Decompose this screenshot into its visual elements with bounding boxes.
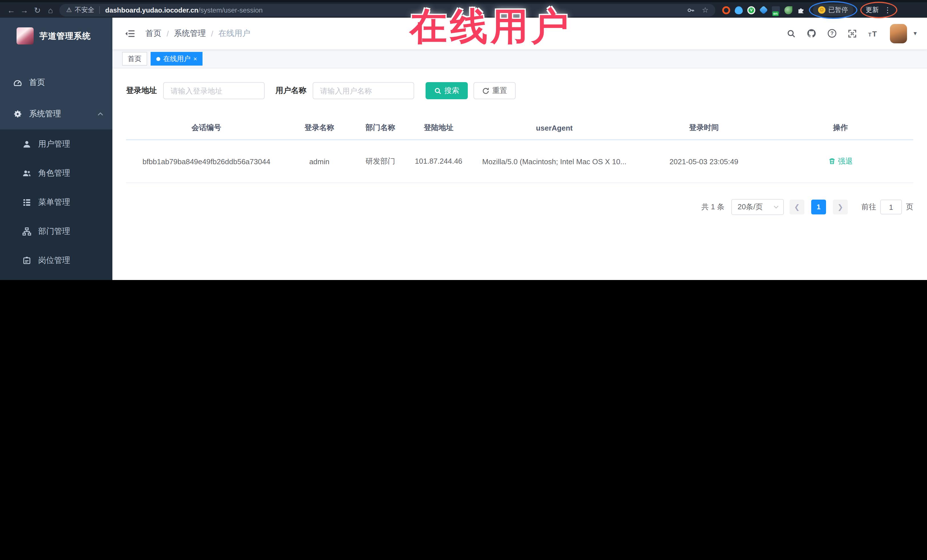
screen: 在线用户 ← → ↻ ⌂ ⚠ 不安全 dashboard.yudao.iocod…: [0, 0, 927, 280]
tags-view-bar: 首页 在线用户 ×: [112, 50, 927, 68]
browser-menu-kebab-icon[interactable]: ⋮: [884, 6, 891, 14]
table-row: bfbb1ab79ba849e49fb26ddb56a73044 admin 研…: [126, 140, 913, 183]
breadcrumb-home[interactable]: 首页: [146, 28, 161, 38]
extensions-puzzle-icon[interactable]: [797, 6, 805, 14]
svg-text:T: T: [872, 29, 877, 38]
reset-button[interactable]: 重置: [474, 82, 516, 99]
sidebar-item-role-management[interactable]: 角色管理: [0, 159, 112, 188]
search-form: 登录地址 用户名称 搜索 重置: [126, 82, 913, 99]
top-navbar: 首页 / 系统管理 / 在线用户 ?: [112, 18, 927, 50]
col-login-time: 登录时间: [640, 116, 767, 140]
breadcrumb-current: 在线用户: [219, 28, 251, 38]
address-divider: [100, 6, 100, 14]
cell-actions: 强退: [767, 140, 913, 183]
sidebar-item-home[interactable]: 首页: [0, 67, 112, 98]
breadcrumb-system[interactable]: 系统管理: [174, 28, 206, 38]
sidebar-logo-row[interactable]: 芋道管理系统: [0, 18, 112, 54]
cell-login-time: 2021-05-03 23:05:49: [640, 140, 767, 183]
extension-blue-gem-icon[interactable]: [759, 5, 768, 14]
smiley-emoji-icon: ☺: [818, 6, 825, 14]
url-domain: dashboard.yudao.iocoder.cn: [105, 6, 199, 14]
not-secure-warning-icon: ⚠: [66, 6, 72, 14]
sessions-table: 会话编号 登录名称 部门名称 登陆地址 userAgent 登录时间 操作: [126, 116, 913, 183]
extensions-tray: V en: [722, 6, 805, 14]
svg-text:?: ?: [831, 30, 834, 36]
page-size-select[interactable]: 20条/页: [731, 199, 784, 215]
sidebar-item-post-management[interactable]: 岗位管理: [0, 246, 112, 275]
font-size-icon[interactable]: TT: [868, 29, 879, 38]
tree-list-icon: [22, 197, 31, 207]
main-area: 首页 / 系统管理 / 在线用户 ?: [112, 18, 927, 280]
username-input[interactable]: [313, 82, 414, 99]
col-dept-name: 部门名称: [352, 116, 409, 140]
extension-translate-icon[interactable]: en: [772, 6, 780, 14]
sidebar: 芋道管理系统 首页 系统管理: [0, 18, 112, 280]
extension-green-leaf-icon[interactable]: [784, 6, 792, 14]
pagination: 共 1 条 20条/页 ❮ 1 ❯ 前往 页: [126, 199, 913, 215]
app-title: 芋道管理系统: [40, 30, 91, 41]
search-icon[interactable]: [787, 29, 796, 38]
tag-home[interactable]: 首页: [122, 52, 147, 65]
extension-green-v-icon[interactable]: V: [747, 6, 755, 14]
help-icon[interactable]: ?: [827, 29, 837, 38]
col-login-address: 登陆地址: [409, 116, 469, 140]
bookmark-star-icon[interactable]: ☆: [702, 6, 708, 14]
avatar-caret-down-icon[interactable]: ▾: [913, 30, 917, 37]
address-bar[interactable]: ⚠ 不安全 dashboard.yudao.iocoder.cn /system…: [59, 4, 715, 16]
user-avatar[interactable]: [890, 24, 907, 43]
browser-toolbar: ← → ↻ ⌂ ⚠ 不安全 dashboard.yudao.iocoder.cn…: [0, 0, 927, 18]
system-management-submenu: 用户管理 角色管理 菜单管理: [0, 129, 112, 280]
jump-prefix-label: 前往: [862, 202, 876, 212]
cell-ip: 101.87.244.46: [409, 140, 469, 183]
sidebar-item-user-management[interactable]: 用户管理: [0, 129, 112, 159]
paused-badge-label: 已暂停: [828, 6, 848, 14]
extension-orange-donut-icon[interactable]: [722, 6, 730, 14]
url-path: /system/user-session: [199, 6, 263, 14]
gear-icon: [13, 109, 22, 118]
cell-dept: 研发部门: [352, 140, 409, 183]
users-icon: [22, 168, 31, 178]
extension-blue-drop-icon[interactable]: [735, 6, 743, 14]
tag-close-icon[interactable]: ×: [193, 56, 197, 62]
tag-online-users[interactable]: 在线用户 ×: [150, 52, 203, 65]
login-address-input[interactable]: [163, 82, 265, 99]
next-page-button[interactable]: ❯: [833, 200, 848, 214]
password-key-icon[interactable]: [687, 6, 695, 14]
profile-paused-chip[interactable]: ☺ 已暂停: [813, 4, 853, 16]
browser-back-icon[interactable]: ←: [5, 6, 18, 14]
tag-active-dot: [156, 57, 160, 61]
current-page-button[interactable]: 1: [811, 200, 826, 214]
cell-session-id: bfbb1ab79ba849e49fb26ddb56a73044: [126, 140, 287, 183]
sidebar-item-menu-management[interactable]: 菜单管理: [0, 188, 112, 217]
pagination-total: 共 1 条: [701, 202, 725, 212]
sidebar-item-dept-management[interactable]: 部门管理: [0, 217, 112, 246]
update-button[interactable]: 更新: [866, 6, 879, 14]
search-button[interactable]: 搜索: [426, 82, 468, 99]
login-address-label: 登录地址: [126, 85, 157, 96]
browser-home-icon[interactable]: ⌂: [44, 6, 57, 14]
user-icon: [22, 140, 31, 149]
github-icon[interactable]: [807, 29, 817, 38]
col-login-name: 登录名称: [287, 116, 352, 140]
sidebar-collapse-icon[interactable]: [125, 29, 135, 38]
jump-suffix-label: 页: [906, 202, 913, 212]
col-session-id: 会话编号: [126, 116, 287, 140]
prev-page-button[interactable]: ❮: [790, 200, 804, 214]
sidebar-menu: 首页 系统管理 用户管理: [0, 54, 112, 280]
breadcrumb: 首页 / 系统管理 / 在线用户: [146, 28, 251, 38]
dashboard-icon: [13, 78, 22, 87]
browser-reload-icon[interactable]: ↻: [31, 6, 44, 14]
svg-text:T: T: [869, 32, 872, 37]
col-user-agent: userAgent: [469, 116, 640, 140]
col-actions: 操作: [767, 116, 913, 140]
browser-forward-icon[interactable]: →: [18, 6, 31, 14]
sidebar-item-system-management[interactable]: 系统管理: [0, 98, 112, 129]
id-badge-icon: [22, 256, 31, 265]
jump-page-input[interactable]: [880, 200, 902, 214]
browser-update-group: 更新 ⋮: [863, 5, 894, 15]
fullscreen-icon[interactable]: [848, 29, 857, 38]
username-label: 用户名称: [275, 85, 306, 96]
table-header-row: 会话编号 登录名称 部门名称 登陆地址 userAgent 登录时间 操作: [126, 116, 913, 140]
sidebar-item-dict-management[interactable]: 字典管理: [0, 275, 112, 280]
force-logout-button[interactable]: 强退: [828, 156, 853, 167]
